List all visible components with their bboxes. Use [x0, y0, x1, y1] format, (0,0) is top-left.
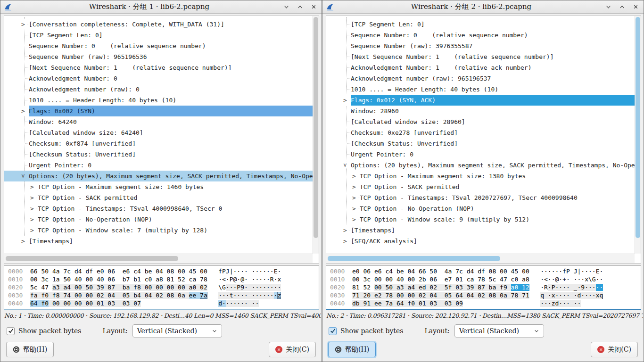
tree-row[interactable]: [Calculated window size: 28960]	[326, 116, 635, 127]
layout-select[interactable]: Vertical (Stacked)	[454, 324, 544, 337]
tree-row[interactable]: Sequence Number: 0 (relative sequence nu…	[4, 41, 313, 51]
hex-row[interactable]: 0030 71 20 e2 78 00 00 02 04 05 64 04 02…	[330, 291, 641, 299]
tree-row[interactable]: Checksum: 0xf874 [unverified]	[4, 138, 313, 149]
tree-row[interactable]: Acknowledgment Number: 1 (relative ack n…	[326, 62, 635, 73]
hex-row[interactable]: 0010 00 3c 00 00 40 00 2b 06 e7 01 ca 78…	[330, 275, 641, 283]
help-button[interactable]: 帮助(H)	[6, 342, 54, 357]
close-icon[interactable]	[310, 4, 317, 10]
tree-row[interactable]: Sequence Number (raw): 965196536	[4, 51, 313, 62]
tree-row[interactable]: [TCP Segment Len: 0]	[4, 30, 313, 41]
expander-icon[interactable]: >	[29, 203, 35, 214]
scrollbar-handle[interactable]	[314, 17, 318, 238]
expander-icon[interactable]: >	[29, 181, 35, 192]
layout-select[interactable]: Vertical (Stacked)	[132, 324, 222, 337]
show-packet-bytes-checkbox[interactable]	[7, 327, 15, 335]
scrollbar-handle[interactable]	[328, 256, 500, 261]
expander-icon[interactable]: >	[18, 173, 29, 180]
tree-row[interactable]: >TCP Option - Window scale: 9 (multiply …	[326, 214, 635, 225]
expander-icon[interactable]: >	[351, 203, 357, 214]
expander-icon[interactable]: >	[342, 225, 348, 236]
tree-row[interactable]: [Next Sequence Number: 1 (relative seque…	[4, 62, 313, 73]
help-button[interactable]: 帮助(H)	[328, 342, 376, 357]
tree-row[interactable]: Urgent Pointer: 0	[4, 160, 313, 171]
expander-icon[interactable]: >	[351, 181, 357, 192]
tree-row[interactable]: Sequence Number: 0 (relative sequence nu…	[326, 30, 635, 41]
expander-icon[interactable]: >	[20, 19, 26, 30]
packet-bytes-pane[interactable]: 0000 66 50 4a 7c d4 df e0 06 e6 c4 be 04…	[4, 265, 319, 310]
packet-bytes-pane[interactable]: 0000 e0 06 e6 c4 be 04 66 50 4a 7c d4 df…	[326, 265, 641, 310]
tree-row[interactable]: >[SEQ/ACK analysis]	[326, 236, 635, 247]
hex-row[interactable]: 0030 fa f0 f8 74 00 00 02 04 05 b4 04 02…	[8, 291, 319, 299]
tree-row[interactable]: >TCP Option - SACK permitted	[326, 181, 635, 192]
tree-row[interactable]: Window: 28960	[326, 106, 635, 116]
expander-icon[interactable]: >	[342, 236, 348, 247]
tree-row[interactable]: >TCP Option - SACK permitted	[4, 192, 313, 203]
tree-row[interactable]: >Flags: 0x002 (SYN)	[4, 106, 313, 116]
tree-row[interactable]: Checksum: 0xe278 [unverified]	[326, 127, 635, 138]
expander-icon[interactable]: >	[351, 192, 357, 203]
hex-row[interactable]: 0000 66 50 4a 7c d4 df e0 06 e6 c4 be 04…	[8, 267, 319, 275]
expander-icon[interactable]: >	[29, 225, 35, 236]
maximize-icon[interactable]	[297, 4, 303, 10]
horizontal-scrollbar[interactable]	[4, 254, 313, 263]
scrollbar-handle[interactable]	[636, 17, 640, 238]
tree-branch-line	[25, 57, 29, 57]
tree-row[interactable]: >TCP Option - No-Operation (NOP)	[4, 214, 313, 225]
tree-row[interactable]: >[Conversation completeness: Complete, W…	[4, 19, 313, 30]
tree-row[interactable]: Urgent Pointer: 0	[326, 149, 635, 160]
tree-row[interactable]: Acknowledgment number (raw): 965196537	[326, 73, 635, 84]
tree-row[interactable]: >TCP Option - Maximum segment size: 1460…	[4, 181, 313, 192]
packet-detail-tree[interactable]: [TCP Segment Len: 0]Sequence Number: 0 (…	[326, 16, 641, 263]
tree-row[interactable]: 1010 .... = Header Length: 40 bytes (10)	[4, 95, 313, 106]
hex-row[interactable]: 0020 5c 47 a3 a4 00 50 39 87 ba f8 00 00…	[8, 283, 319, 291]
packet-detail-tree[interactable]: >[Conversation completeness: Complete, W…	[4, 16, 319, 263]
close-button[interactable]: ✕ 关闭(C)	[591, 342, 638, 357]
tree-row[interactable]: [Next Sequence Number: 1 (relative seque…	[326, 51, 635, 62]
minimize-icon[interactable]	[605, 4, 611, 10]
expander-icon[interactable]: >	[29, 214, 35, 225]
tree-row[interactable]: [Calculated window size: 64240]	[4, 127, 313, 138]
tree-row[interactable]: >TCP Option - Maximum segment size: 1380…	[326, 171, 635, 181]
tree-row[interactable]: Acknowledgment Number: 0	[4, 73, 313, 84]
expander-icon[interactable]: >	[20, 106, 26, 116]
titlebar[interactable]: Wireshark · 分组 1 · lib6-2.pcapng	[0, 0, 322, 14]
tree-row[interactable]: >TCP Option - Timestamps: TSval 40009986…	[4, 203, 313, 214]
hex-row[interactable]: 0010 00 3c 1a 50 40 00 40 06 b7 b1 c0 a8…	[8, 275, 319, 283]
tree-row[interactable]: >Options: (20 bytes), Maximum segment si…	[4, 171, 313, 181]
tree-row[interactable]: >[Timestamps]	[4, 236, 313, 247]
expander-icon[interactable]: >	[342, 95, 348, 106]
expander-icon[interactable]: >	[29, 192, 35, 203]
maximize-icon[interactable]	[619, 4, 625, 10]
tree-row[interactable]: Sequence Number (raw): 3976355587	[326, 41, 635, 51]
tree-row[interactable]: [Checksum Status: Unverified]	[4, 149, 313, 160]
tree-row[interactable]: Window: 64240	[4, 116, 313, 127]
titlebar[interactable]: Wireshark · 分组 2 · lib6-2.pcapng	[322, 0, 644, 14]
vertical-scrollbar[interactable]	[635, 16, 641, 254]
tree-row[interactable]: 1010 .... = Header Length: 40 bytes (10)	[326, 84, 635, 95]
hex-row[interactable]: 0000 e0 06 e6 c4 be 04 66 50 4a 7c d4 df…	[330, 267, 641, 275]
hex-row[interactable]: 0020 81 52 00 50 a3 a4 ed 02 5f 03 39 87…	[330, 283, 641, 291]
expander-icon[interactable]: >	[340, 162, 351, 169]
hex-row[interactable]: 0040 db 91 ee 7a 64 f0 01 03 03 09 ···zd…	[330, 299, 641, 307]
hex-row[interactable]: 0040 64 f0 00 00 00 00 01 03 03 07 d····…	[8, 299, 319, 307]
tree-row[interactable]: >TCP Option - Window scale: 7 (multiply …	[4, 225, 313, 236]
horizontal-scrollbar[interactable]	[326, 254, 635, 263]
expander-icon[interactable]: >	[351, 171, 357, 181]
minimize-icon[interactable]	[283, 4, 289, 10]
tree-row[interactable]: >[Timestamps]	[326, 225, 635, 236]
close-icon[interactable]	[632, 4, 639, 10]
close-button[interactable]: ✕ 关闭(C)	[269, 342, 316, 357]
expander-icon[interactable]: >	[20, 236, 26, 247]
help-button-label: 帮助(H)	[345, 346, 369, 354]
tree-row[interactable]: >TCP Option - No-Operation (NOP)	[326, 203, 635, 214]
tree-row[interactable]: Acknowledgment number (raw): 0	[4, 84, 313, 95]
tree-row[interactable]: >Options: (20 bytes), Maximum segment si…	[326, 160, 635, 171]
tree-row[interactable]: [TCP Segment Len: 0]	[326, 19, 635, 30]
expander-icon[interactable]: >	[351, 214, 357, 225]
tree-row[interactable]: >TCP Option - Timestamps: TSval 20207276…	[326, 192, 635, 203]
show-packet-bytes-checkbox[interactable]	[329, 327, 337, 335]
scrollbar-handle[interactable]	[6, 256, 178, 261]
tree-row[interactable]: [Checksum Status: Unverified]	[326, 138, 635, 149]
vertical-scrollbar[interactable]	[313, 16, 319, 254]
tree-row[interactable]: >Flags: 0x012 (SYN, ACK)	[326, 95, 635, 106]
